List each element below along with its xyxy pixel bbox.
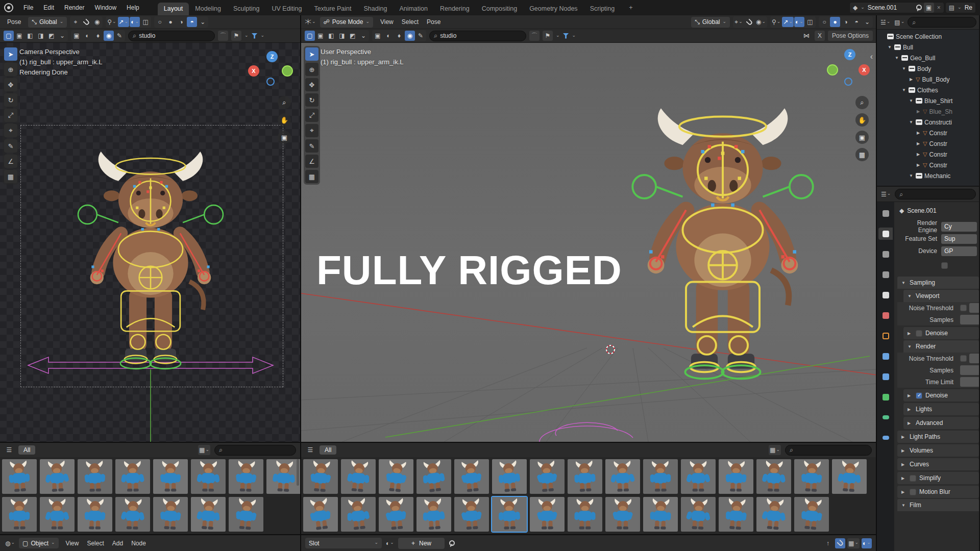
outliner-row[interactable]: ▼Mechanic — [877, 170, 979, 181]
rotate-tool-icon[interactable]: ↻ — [4, 93, 17, 107]
matcap-icon[interactable]: ◐ — [82, 31, 92, 41]
smooth-button[interactable]: ⌒ — [529, 31, 540, 41]
checkbox[interactable] — [910, 489, 916, 495]
properties-tab-physics[interactable] — [878, 370, 893, 383]
outliner-row[interactable]: ▶▽Constr — [877, 160, 979, 170]
workspace-tab-modeling[interactable]: Modeling — [189, 3, 227, 15]
nav-gizmo[interactable]: Z X — [831, 49, 870, 88]
pan-hand-icon[interactable]: ✋ — [278, 113, 291, 127]
user-viewport[interactable]: User Perspective (1) rig_bull : upper_ar… — [301, 43, 876, 442]
outliner-row[interactable]: ▶▽Constr — [877, 138, 979, 149]
pose-asset-thumbnail[interactable] — [718, 458, 754, 495]
property-value-field[interactable] — [960, 377, 979, 387]
select-subtract-icon[interactable]: ◧ — [326, 31, 336, 41]
annotate-tool-icon[interactable]: ✎ — [305, 139, 318, 153]
workspace-tab-animation[interactable]: Animation — [393, 3, 434, 15]
pose-asset-thumbnail[interactable] — [680, 496, 717, 533]
hamburger-icon[interactable]: ☰ — [4, 445, 14, 455]
scale-tool-icon[interactable]: ⤢ — [4, 109, 17, 122]
properties-tab-view-layer[interactable] — [878, 268, 893, 281]
disclosure-closed-icon[interactable]: ▶ — [909, 77, 914, 82]
select-tool-icon[interactable]: ➤ — [4, 47, 17, 61]
property-dropdown[interactable]: GP — [941, 246, 977, 256]
parent-up-icon[interactable]: ↑ — [823, 538, 833, 548]
pose-asset-thumbnail[interactable] — [1, 458, 38, 495]
section-film[interactable]: ▼Film — [897, 499, 979, 511]
property-dropdown[interactable]: Sup — [941, 234, 977, 244]
pose-asset-thumbnail[interactable] — [228, 458, 264, 495]
workspace-tab-shading[interactable]: Shading — [358, 3, 394, 15]
xray-icon[interactable]: ◫ — [805, 17, 815, 27]
world-icon[interactable]: ◉ — [104, 31, 114, 41]
axis-y-handle[interactable] — [282, 65, 293, 77]
studio-search-left[interactable]: ⌕ studio — [128, 31, 215, 41]
properties-tab-bone[interactable] — [878, 411, 893, 423]
pose-asset-thumbnail[interactable] — [378, 458, 414, 495]
select-intersect-icon[interactable]: ◩ — [46, 31, 57, 41]
pose-asset-thumbnail[interactable] — [793, 496, 830, 533]
catalog-tab-all[interactable]: All — [18, 445, 35, 455]
viewport-menu-select[interactable]: Select — [398, 18, 423, 26]
pivot-point-icon[interactable]: ⌖ — [70, 17, 81, 27]
move-tool-icon[interactable]: ✥ — [305, 78, 318, 91]
pose-asset-thumbnail[interactable] — [718, 496, 754, 533]
mode-dropdown[interactable]: ☍ Pose Mode ⌄ — [320, 17, 373, 28]
select-extend-icon[interactable]: ▣ — [14, 31, 24, 41]
outliner-search[interactable]: ⌕ — [908, 17, 976, 28]
properties-editor-icon[interactable]: ☰⌄ — [880, 189, 892, 199]
workspace-tab-texture-paint[interactable]: Texture Paint — [308, 3, 358, 15]
menu-window[interactable]: Window — [89, 2, 121, 14]
pose-asset-thumbnail[interactable] — [228, 496, 264, 533]
mirror-axis-button[interactable]: X — [815, 31, 825, 41]
disclosure-closed-icon[interactable]: ▶ — [916, 109, 921, 114]
shading-solid-icon[interactable]: ● — [165, 17, 176, 27]
disclosure-closed-icon[interactable]: ▶ — [916, 141, 921, 146]
select-dropdown-icon[interactable]: ⌄ — [358, 31, 369, 41]
brush-icon[interactable]: ✎ — [415, 31, 426, 41]
pose-asset-thumbnail[interactable] — [755, 496, 792, 533]
scrollbar[interactable] — [297, 459, 299, 486]
measure-tool-icon[interactable]: ∠ — [305, 155, 318, 168]
workspace-tab-layout[interactable]: Layout — [158, 3, 189, 15]
frame-icon[interactable]: ▣ — [373, 31, 383, 41]
shader-mode-dropdown[interactable]: ▢ Object ⌄ — [19, 538, 59, 548]
frame-icon[interactable]: ▣ — [71, 31, 82, 41]
axis-neg-z-handle[interactable] — [844, 78, 852, 86]
zoom-icon[interactable]: ⌕ — [855, 96, 869, 109]
shading-dropdown-icon[interactable]: ⌄ — [198, 17, 208, 27]
pose-asset-thumbnail[interactable] — [378, 496, 414, 533]
snap-target-icon[interactable]: ▦⌄ — [847, 538, 860, 548]
shading-solid-icon[interactable]: ● — [830, 17, 840, 27]
disclosure-open-icon[interactable]: ▼ — [901, 88, 906, 92]
viewport-menu-view[interactable]: View — [376, 18, 398, 26]
shader-menu-add[interactable]: Add — [108, 540, 127, 547]
pose-asset-thumbnail[interactable] — [39, 458, 76, 495]
properties-search[interactable]: ⌕ — [895, 189, 976, 199]
axis-x-handle[interactable]: X — [859, 64, 870, 76]
section-sampling[interactable]: ▼Sampling — [897, 277, 979, 289]
shader-menu-view[interactable]: View — [62, 540, 83, 547]
viewport-menu-pose[interactable]: Pose — [423, 18, 445, 26]
snap-magnet-icon[interactable] — [81, 17, 91, 27]
pose-asset-thumbnail[interactable] — [604, 496, 641, 533]
shading-wireframe-icon[interactable]: ○ — [819, 17, 829, 27]
gizmos-icon[interactable]: ↗⌄ — [118, 17, 130, 27]
outliner-display-mode-icon[interactable]: ☱⌄ — [879, 17, 891, 28]
new-material-button[interactable]: + New — [398, 538, 445, 549]
asset-search-center[interactable]: ⌕ — [785, 445, 872, 456]
editor-type-icon[interactable]: ◍⌄ — [4, 538, 16, 548]
shading-material-icon[interactable]: ◑ — [841, 17, 851, 27]
overlays-icon[interactable]: ◐⌄ — [794, 17, 804, 27]
pose-asset-thumbnail[interactable] — [453, 458, 490, 495]
outliner-row[interactable]: ▼Geo_Bull — [877, 53, 979, 63]
pivot-point-icon[interactable]: ⌖⌄ — [733, 17, 744, 27]
pose-asset-thumbnail[interactable] — [567, 458, 603, 495]
pose-asset-thumbnail[interactable] — [831, 458, 868, 495]
pose-asset-thumbnail[interactable] — [415, 458, 452, 495]
axis-x-handle[interactable]: X — [248, 65, 259, 77]
outliner-row[interactable]: ▼Clothes — [877, 85, 979, 95]
visibility-icon[interactable]: ⚲⌄ — [771, 17, 781, 27]
transform-tool-icon[interactable]: ⌖ — [305, 124, 318, 137]
workspace-tab-compositing[interactable]: Compositing — [476, 3, 523, 15]
axis-y-handle[interactable] — [827, 64, 838, 76]
